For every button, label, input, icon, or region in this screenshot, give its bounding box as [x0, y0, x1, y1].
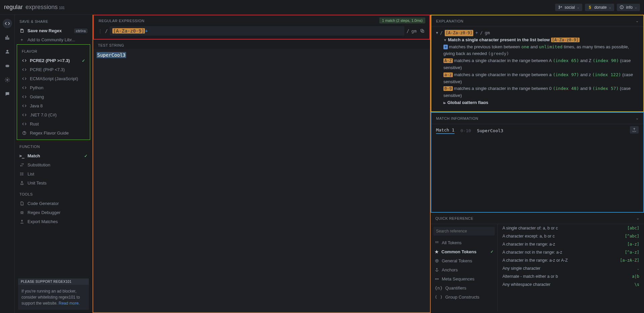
tree-caret-icon[interactable]: ▼: [443, 38, 447, 42]
item-label: PCRE (PHP <7.3): [30, 67, 65, 72]
function-item-match[interactable]: >_Match✓: [15, 151, 92, 160]
explanation-range-row: 0-9 matches a single character in the ra…: [436, 85, 639, 99]
code-icon: [22, 95, 26, 99]
code-icon: [22, 58, 26, 63]
main-area: REGULAR EXPRESSION ⋮ / [A-Za-z0-9]+ / gm…: [93, 15, 431, 313]
tree-caret-icon[interactable]: ▶: [443, 101, 446, 104]
iconbar-library[interactable]: [3, 33, 12, 42]
quickref-cat-quantifiers[interactable]: {n}Quantifiers: [431, 283, 497, 293]
quickref-item[interactable]: Any whitespace character\s: [498, 280, 644, 289]
tree-caret-icon[interactable]: ▼: [436, 30, 438, 36]
cat-label: Meta Sequences: [442, 276, 475, 281]
save-share-header: SAVE & SHARE: [15, 15, 92, 26]
quickref-cat-common-tokens[interactable]: ★Common Tokens✓: [431, 247, 497, 256]
regex-class-token: [A-Za-z0-9]: [112, 28, 145, 34]
flavor-item--net-7-0-c-[interactable]: .NET 7.0 (C#): [17, 110, 90, 119]
quickref-item[interactable]: Alternate - match either a or ba|b: [498, 272, 644, 280]
qr-item-code: [abc]: [627, 226, 639, 230]
flavor-item-java-8[interactable]: Java 8: [17, 101, 90, 110]
qr-item-code: \s: [635, 282, 639, 287]
iconbar-chat[interactable]: [3, 89, 12, 99]
site-logo[interactable]: regular expressions 101: [4, 4, 65, 11]
logo-part1: regular: [4, 4, 23, 11]
flavor-item-ecmascript-javascript-[interactable]: ECMAScript (JavaScript): [17, 74, 90, 83]
tools-item-code-generator[interactable]: Code Generator: [15, 199, 92, 208]
range-token: 0-9: [443, 86, 453, 91]
item-label: Regex Flavor Guide: [30, 131, 69, 136]
quickref-search-input[interactable]: [433, 227, 495, 236]
iconbar-account[interactable]: [3, 47, 12, 56]
hdr-label: social: [565, 5, 575, 10]
flavor-item-pcre-php-7-3-[interactable]: PCRE (PHP <7.3): [17, 65, 90, 74]
export-icon: [19, 219, 24, 224]
svg-point-33: [436, 260, 437, 261]
tools-item-regex-debugger[interactable]: Regex Debugger: [15, 208, 92, 217]
chevron-down-icon: ⌄: [577, 6, 580, 9]
tools-header: TOOLS: [15, 188, 92, 199]
save-item-save-new-regex[interactable]: Save new Regexctrl+s: [15, 26, 92, 35]
expl-plus-unl: unlimited: [539, 44, 562, 49]
info-dropdown[interactable]: info⌄: [617, 4, 640, 11]
match-info-panel: MATCH INFORMATION ⌄ Match 1 0-10 SuperCo…: [431, 112, 644, 213]
quickref-cat-meta-sequences[interactable]: Meta Sequences: [431, 274, 497, 283]
grip-icon[interactable]: ⋮: [97, 29, 103, 34]
flavor-item-pcre2-php-7-3-[interactable]: PCRE2 (PHP >=7.3)✓: [17, 56, 90, 65]
match-info-header: MATCH INFORMATION: [436, 116, 478, 120]
iconbar-settings[interactable]: [3, 75, 12, 85]
tools-item-export-matches[interactable]: Export Matches: [15, 217, 92, 226]
svg-point-9: [6, 50, 8, 52]
quickref-collapse-icon[interactable]: ⌄: [636, 216, 640, 220]
support-link[interactable]: Read more: [59, 301, 78, 306]
qr-item-code: [^abc]: [625, 234, 639, 239]
test-string-input[interactable]: SuperCool3: [93, 49, 430, 312]
quickref-item[interactable]: A character in the range: a-z[a-z]: [498, 240, 644, 248]
item-label: Save new Regex: [28, 28, 62, 33]
svg-point-22: [20, 175, 20, 175]
match-label[interactable]: Match 1: [436, 127, 454, 134]
item-label: Rust: [30, 121, 39, 126]
match-info-collapse-icon[interactable]: ⌄: [636, 116, 639, 120]
svg-point-2: [561, 6, 561, 7]
quickref-cat-group-constructs[interactable]: ( )Group Constructs: [431, 293, 497, 302]
code-icon: [22, 104, 26, 108]
explanation-collapse-icon[interactable]: ⌄: [636, 19, 639, 23]
regex-input[interactable]: [A-Za-z0-9]+: [110, 26, 404, 36]
flavor-item-golang[interactable]: Golang: [17, 92, 90, 101]
item-label: Export Matches: [28, 219, 58, 224]
svg-point-1: [559, 8, 559, 9]
function-item-substitution[interactable]: Substitution: [15, 160, 92, 169]
quickref-item[interactable]: A character in the range: a-z or A-Z[a-z…: [498, 256, 644, 264]
test-string-match-highlight: SuperCool3: [97, 52, 126, 58]
svg-point-28: [438, 241, 438, 242]
flavor-item-python[interactable]: Python: [17, 83, 90, 92]
svg-rect-8: [8, 38, 9, 40]
svg-rect-10: [5, 65, 9, 67]
keyboard-shortcut: ctrl+s: [74, 29, 88, 33]
social-dropdown[interactable]: social⌄: [555, 4, 582, 11]
function-item-unit-tests[interactable]: Unit Tests: [15, 178, 92, 188]
quickref-item[interactable]: A single character of: a, b or c[abc]: [498, 224, 644, 232]
quickref-cat-all-tokens[interactable]: All Tokens: [431, 238, 497, 247]
svg-rect-14: [21, 29, 22, 30]
copy-icon[interactable]: [419, 27, 426, 35]
quickref-item[interactable]: Any single character.: [498, 264, 644, 272]
flavor-item-rust[interactable]: Rust: [17, 119, 90, 128]
svg-point-5: [622, 6, 622, 7]
regex-flags[interactable]: gm: [411, 29, 417, 34]
iconbar-quiz[interactable]: [3, 61, 12, 70]
flavor-item-regex-flavor-guide[interactable]: Regex Flavor Guide: [17, 128, 90, 138]
quickref-item[interactable]: A character except: a, b or c[^abc]: [498, 232, 644, 240]
match-range: 0-10: [461, 128, 471, 133]
star-icon: ★: [435, 249, 439, 254]
export-matches-icon[interactable]: [630, 126, 639, 134]
qr-item-code: .: [637, 266, 639, 271]
iconbar-editor[interactable]: [3, 19, 12, 28]
donate-dropdown[interactable]: $donate⌄: [585, 4, 614, 11]
quickref-cat-general-tokens[interactable]: General Tokens: [431, 256, 497, 265]
svg-point-0: [559, 6, 559, 6]
function-item-list[interactable]: List: [15, 169, 92, 178]
quickref-cat-anchors[interactable]: Anchors: [431, 265, 497, 274]
quickref-item[interactable]: A character not in the range: a-z[^a-z]: [498, 248, 644, 256]
save-item-add-to-community-libr-[interactable]: +Add to Community Libr...: [15, 35, 92, 44]
item-label: ECMAScript (JavaScript): [30, 76, 78, 81]
